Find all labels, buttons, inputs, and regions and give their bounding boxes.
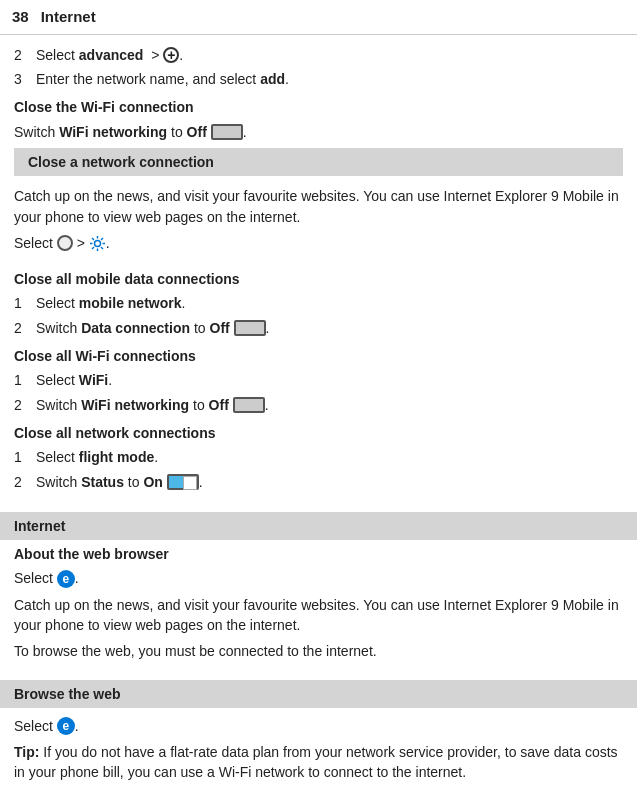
off-label-2: Off (210, 320, 230, 336)
close-wifi-all-title: Close all Wi-Fi connections (14, 346, 623, 366)
internet-section: About the web browser Select e. Catch up… (0, 540, 637, 673)
select-ie-2: Select e. (14, 716, 623, 736)
step-2: 2 Select advanced > +. (14, 45, 623, 65)
wifi-networking-label-2: WiFi networking (81, 397, 189, 413)
close-all-network-title: Close all network connections (14, 423, 623, 443)
data-connection-label: Data connection (81, 320, 190, 336)
close-network-text: Catch up on the news, and visit your fav… (14, 186, 623, 227)
wifi-label: WiFi (79, 372, 108, 388)
svg-line-7 (101, 238, 103, 240)
mobile-step-2-text: Switch Data connection to Off . (36, 318, 270, 338)
step-num-3: 3 (14, 69, 36, 89)
off-label-1: Off (187, 124, 207, 140)
plus-icon: + (163, 47, 179, 63)
toggle-off-icon-1 (211, 124, 243, 140)
steps-top-block: 2 Select advanced > +. 3 Enter the netwo… (14, 45, 623, 90)
svg-line-8 (92, 247, 94, 249)
svg-line-5 (92, 238, 94, 240)
all-net-step-num-1: 1 (14, 447, 36, 467)
close-network-section: Catch up on the news, and visit your fav… (14, 176, 623, 261)
step-3-text: Enter the network name, and select add. (36, 69, 289, 89)
tip-label: Tip: (14, 744, 39, 760)
wifi-all-step-num-1: 1 (14, 370, 36, 390)
advanced-label: advanced (79, 47, 144, 63)
gray-bar-internet: Internet (0, 512, 637, 540)
wifi-all-step-num-2: 2 (14, 395, 36, 415)
close-wifi-text: Switch WiFi networking to Off . (14, 122, 623, 142)
ie-icon-2: e (57, 717, 75, 735)
status-label: Status (81, 474, 124, 490)
browse-section: Select e. Tip: If you do not have a flat… (0, 708, 637, 795)
menu-icon (57, 235, 73, 251)
close-network-select: Select > . (14, 233, 623, 253)
gray-bar-browse: Browse the web (0, 680, 637, 708)
step-3: 3 Enter the network name, and select add… (14, 69, 623, 89)
mobile-step-2: 2 Switch Data connection to Off . (14, 318, 623, 338)
toggle-off-icon-2 (234, 320, 266, 336)
toggle-on-icon (167, 474, 199, 490)
close-wifi-all-section: Close all Wi-Fi connections 1 Select WiF… (14, 346, 623, 415)
tip-body: If you do not have a flat-rate data plan… (14, 744, 618, 780)
close-all-network-section: Close all network connections 1 Select f… (14, 423, 623, 492)
off-label-3: Off (209, 397, 229, 413)
gray-bar-close-network: Close a network connection (14, 148, 623, 176)
step-2-text: Select advanced > +. (36, 45, 183, 65)
close-mobile-section: Close all mobile data connections 1 Sele… (14, 269, 623, 338)
mobile-step-1: 1 Select mobile network. (14, 293, 623, 313)
step-num-2: 2 (14, 45, 36, 65)
all-net-step-1: 1 Select flight mode. (14, 447, 623, 467)
page-number: 38 (12, 6, 29, 28)
browser-text2: To browse the web, you must be connected… (14, 641, 623, 661)
wifi-all-step-1-text: Select WiFi. (36, 370, 112, 390)
mobile-step-num-1: 1 (14, 293, 36, 313)
main-content: 2 Select advanced > +. 3 Enter the netwo… (0, 35, 637, 506)
toggle-off-icon-3 (233, 397, 265, 413)
page: 38 Internet 2 Select advanced > +. 3 Ent… (0, 0, 637, 795)
mobile-network-label: mobile network (79, 295, 182, 311)
on-label: On (143, 474, 162, 490)
mobile-step-num-2: 2 (14, 318, 36, 338)
all-net-step-1-text: Select flight mode. (36, 447, 158, 467)
header-bar: 38 Internet (0, 0, 637, 35)
all-net-step-2-text: Switch Status to On . (36, 472, 203, 492)
close-wifi-section: Close the Wi-Fi connection Switch WiFi n… (14, 97, 623, 142)
add-label: add (260, 71, 285, 87)
close-wifi-title: Close the Wi-Fi connection (14, 97, 623, 117)
wifi-all-step-2-text: Switch WiFi networking to Off . (36, 395, 269, 415)
svg-point-0 (94, 240, 100, 246)
tip-text: Tip: If you do not have a flat-rate data… (14, 742, 623, 783)
flight-mode-label: flight mode (79, 449, 154, 465)
close-mobile-title: Close all mobile data connections (14, 269, 623, 289)
wifi-all-step-1: 1 Select WiFi. (14, 370, 623, 390)
wifi-all-step-2: 2 Switch WiFi networking to Off . (14, 395, 623, 415)
browser-text1: Catch up on the news, and visit your fav… (14, 595, 623, 636)
ie-icon-1: e (57, 570, 75, 588)
wifi-networking-label: WiFi networking (59, 124, 167, 140)
about-browser-title: About the web browser (14, 544, 623, 564)
settings-icon (89, 235, 106, 252)
page-title: Internet (41, 6, 96, 28)
all-net-step-2: 2 Switch Status to On . (14, 472, 623, 492)
select-ie-1: Select e. (14, 568, 623, 588)
all-net-step-num-2: 2 (14, 472, 36, 492)
mobile-step-1-text: Select mobile network. (36, 293, 185, 313)
svg-line-6 (101, 247, 103, 249)
